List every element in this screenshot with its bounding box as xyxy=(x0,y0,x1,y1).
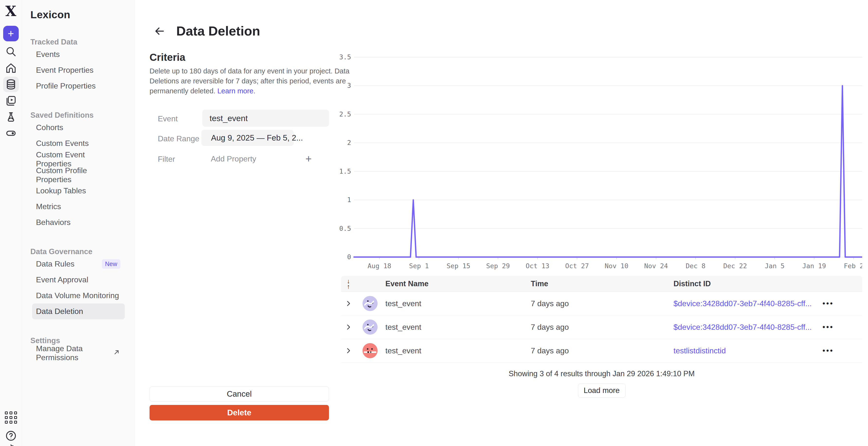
svg-text:0: 0 xyxy=(347,253,351,261)
distinct-id-link[interactable]: $device:3428dd07-3eb7-4f40-8285-cff... xyxy=(674,299,823,308)
sidebar-item-manage-data-permissions[interactable]: Manage Data Permissions xyxy=(32,345,125,361)
col-time: Time xyxy=(531,279,674,288)
svg-text:3: 3 xyxy=(347,82,351,89)
sidebar-item-lookup-tables[interactable]: Lookup Tables xyxy=(32,183,125,199)
svg-text:Nov 10: Nov 10 xyxy=(605,262,628,270)
section-header: Saved Definitions xyxy=(30,111,134,120)
sidebar-item-custom-profile-properties[interactable]: Custom Profile Properties xyxy=(32,167,125,183)
page-title: Data Deletion xyxy=(176,23,260,38)
svg-text:Dec 22: Dec 22 xyxy=(723,262,747,270)
distinct-id-link[interactable]: testlistdistinctid xyxy=(674,346,823,355)
avatar xyxy=(363,296,378,311)
search-icon[interactable] xyxy=(4,45,18,58)
create-plus-button[interactable]: + xyxy=(3,26,19,41)
results-summary: Showing 3 of 4 results through Jan 29 20… xyxy=(341,369,862,378)
feature-flags-toggle-icon[interactable] xyxy=(4,126,18,140)
cell-event-name: test_event xyxy=(385,299,531,308)
external-link-icon xyxy=(113,349,120,358)
sidebar-item-custom-events[interactable]: Custom Events xyxy=(32,136,125,151)
section-data-governance: Data Governance Data Rules New Event App… xyxy=(30,247,134,319)
sidebar-item-event-approval[interactable]: Event Approval xyxy=(32,272,125,288)
svg-text:Sep 1: Sep 1 xyxy=(409,262,429,270)
learn-more-link[interactable]: Learn more. xyxy=(217,87,255,95)
svg-text:0.5: 0.5 xyxy=(339,225,351,232)
sidebar-item-data-deletion[interactable]: Data Deletion xyxy=(32,303,125,319)
distinct-id-link[interactable]: $device:3428dd07-3eb7-4f40-8285-cff... xyxy=(674,323,823,332)
sidebar-item-metrics[interactable]: Metrics xyxy=(32,199,125,214)
help-icon[interactable] xyxy=(4,429,18,443)
mixpanel-logo-icon[interactable]: X xyxy=(4,4,18,18)
svg-text:2: 2 xyxy=(347,139,351,146)
delete-button[interactable]: Delete xyxy=(150,405,329,420)
svg-text:Jan 19: Jan 19 xyxy=(802,262,826,270)
sidebar-item-custom-event-properties[interactable]: Custom Event Properties xyxy=(32,151,125,167)
sort-icon[interactable]: ↓↑ xyxy=(341,278,356,289)
row-menu-button[interactable]: ••• xyxy=(823,299,862,308)
criteria-description: Delete up to 180 days of data for any ev… xyxy=(150,66,354,96)
svg-text:1.5: 1.5 xyxy=(339,168,351,175)
svg-text:Nov 24: Nov 24 xyxy=(644,262,668,270)
svg-text:3.5: 3.5 xyxy=(339,53,351,61)
table-row[interactable]: test_event 7 days ago $device:3428dd07-3… xyxy=(341,292,862,316)
cell-time: 7 days ago xyxy=(531,323,674,332)
data-management-icon[interactable] xyxy=(3,77,19,92)
svg-text:Aug 18: Aug 18 xyxy=(368,262,392,270)
svg-text:Sep 29: Sep 29 xyxy=(486,262,510,270)
col-event-name: Event Name xyxy=(385,279,531,288)
cell-event-name: test_event xyxy=(385,323,531,332)
experiments-flask-icon[interactable] xyxy=(4,110,18,124)
avatar xyxy=(363,320,378,335)
cell-event-name: test_event xyxy=(385,346,531,355)
date-range-button[interactable]: Aug 9, 2025 — Feb 5, 2... xyxy=(201,130,294,146)
row-menu-button[interactable]: ••• xyxy=(823,347,862,355)
results-table: ↓↑ Event Name Time Distinct ID test_even… xyxy=(341,276,862,397)
events-line-chart: 00.511.522.533.5Aug 18Sep 1Sep 15Sep 29O… xyxy=(338,52,862,273)
sidebar-item-profile-properties[interactable]: Profile Properties xyxy=(32,78,125,94)
load-more-button[interactable]: Load more xyxy=(578,384,626,397)
main-content: Data Deletion Criteria Delete up to 180 … xyxy=(134,0,868,446)
add-property-button[interactable]: Add Property + xyxy=(202,151,314,166)
table-header: ↓↑ Event Name Time Distinct ID xyxy=(341,276,862,292)
chevron-right-icon[interactable] xyxy=(341,323,356,331)
sidebar-item-data-volume-monitoring[interactable]: Data Volume Monitoring xyxy=(32,288,125,303)
event-input[interactable] xyxy=(202,110,329,127)
chevron-right-icon[interactable] xyxy=(341,347,356,354)
sidebar-item-behaviors[interactable]: Behaviors xyxy=(32,214,125,230)
sidebar-title: Lexicon xyxy=(30,9,134,21)
icon-rail: X + xyxy=(0,0,22,446)
section-saved-definitions: Saved Definitions Cohorts Custom Events … xyxy=(30,111,134,230)
sidebar-item-data-rules[interactable]: Data Rules New xyxy=(32,256,125,272)
filter-label: Filter xyxy=(158,155,175,163)
svg-text:Oct 13: Oct 13 xyxy=(526,262,550,270)
section-settings: Settings Manage Data Permissions xyxy=(30,336,134,361)
section-header: Tracked Data xyxy=(30,38,134,47)
svg-text:Feb 2: Feb 2 xyxy=(844,262,862,270)
cell-time: 7 days ago xyxy=(531,346,674,355)
app-root: X + Lexicon xyxy=(0,0,868,446)
sidebar-item-events[interactable]: Events xyxy=(32,47,125,62)
col-distinct-id: Distinct ID xyxy=(674,279,823,288)
event-label: Event xyxy=(158,114,178,123)
svg-text:1: 1 xyxy=(347,196,351,204)
svg-text:Sep 15: Sep 15 xyxy=(447,262,470,270)
back-button[interactable] xyxy=(153,25,166,37)
sidebar-item-event-properties[interactable]: Event Properties xyxy=(32,62,125,78)
table-row[interactable]: test_event 7 days ago testlistdistinctid… xyxy=(341,339,862,363)
date-range-label: Date Range xyxy=(158,134,199,143)
table-row[interactable]: test_event 7 days ago $device:3428dd07-3… xyxy=(341,316,862,339)
apps-grid-icon[interactable] xyxy=(4,411,18,424)
chevron-right-icon[interactable] xyxy=(341,300,356,307)
svg-text:2.5: 2.5 xyxy=(339,111,351,118)
boards-icon[interactable] xyxy=(4,94,18,108)
settings-gear-icon[interactable] xyxy=(4,443,18,446)
svg-text:Dec 8: Dec 8 xyxy=(686,262,705,270)
criteria-heading: Criteria xyxy=(150,52,185,63)
sidebar-item-cohorts[interactable]: Cohorts xyxy=(32,120,125,136)
cancel-button[interactable]: Cancel xyxy=(150,386,329,402)
section-header: Data Governance xyxy=(30,247,134,256)
section-tracked-data: Tracked Data Events Event Properties Pro… xyxy=(30,38,134,94)
row-menu-button[interactable]: ••• xyxy=(823,323,862,331)
new-badge: New xyxy=(102,259,120,269)
home-icon[interactable] xyxy=(4,61,18,75)
svg-text:Oct 27: Oct 27 xyxy=(565,262,589,270)
